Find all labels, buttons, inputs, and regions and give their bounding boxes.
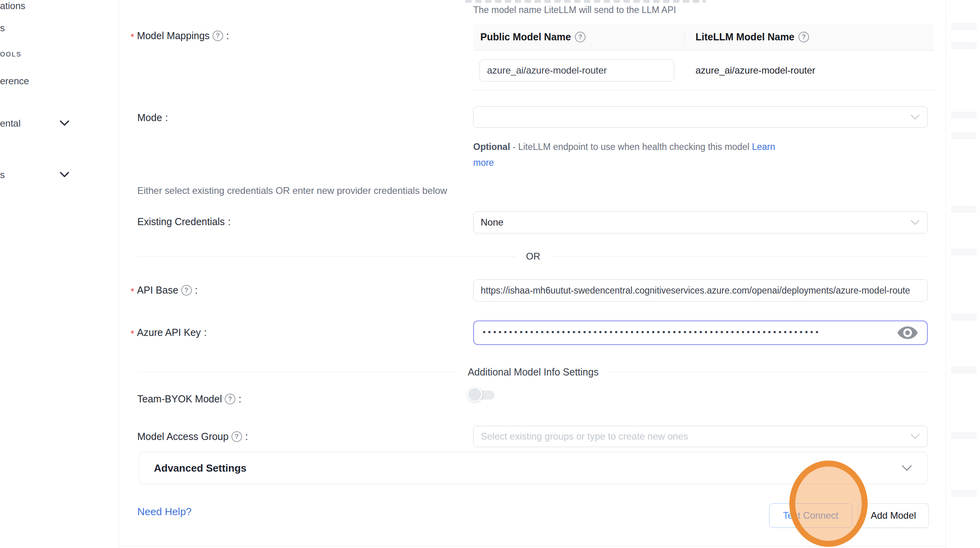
api-base-label: * API Base ? : (131, 284, 198, 296)
background-skeleton-line (951, 248, 976, 256)
sidebar-item-erence[interactable]: erence (0, 76, 29, 87)
help-circle-icon[interactable]: ? (798, 32, 809, 42)
or-divider-label: OR (526, 251, 540, 262)
learn-more-link[interactable]: more (473, 157, 494, 168)
sidebar-section-label: TOOLS (0, 51, 21, 58)
background-skeleton-line (951, 112, 976, 119)
model-access-group-label-text: Model Access Group (137, 431, 229, 442)
chevron-down-icon (910, 114, 920, 120)
sidebar-item-ental[interactable]: ental (0, 118, 21, 129)
help-circle-icon[interactable]: ? (212, 30, 223, 41)
public-model-name-cell (473, 59, 684, 82)
additional-info-divider-label: Additional Model Info Settings (468, 366, 599, 378)
mode-help-bold: Optional (473, 142, 510, 152)
model-access-group-placeholder: Select existing groups or type to create… (481, 431, 688, 442)
required-mark: * (131, 328, 134, 339)
column-header-litellm-model-name: LiteLLM Model Name ? (684, 31, 809, 43)
model-access-group-label: Model Access Group ? : (131, 431, 248, 442)
mode-help-text: Optional - LiteLLM endpoint to use when … (473, 139, 775, 171)
divider-line (138, 372, 457, 372)
credentials-note: Either select existing credentials OR en… (137, 185, 447, 196)
chevron-down-icon (901, 465, 912, 472)
azure-api-key-input[interactable]: ••••••••••••••••••••••••••••••••••••••••… (473, 320, 928, 345)
background-skeleton-line (951, 132, 976, 139)
sidebar-item-label: s (0, 23, 5, 33)
column-header-label: LiteLLM Model Name (696, 31, 794, 43)
label-colon: : (226, 30, 229, 42)
help-circle-icon[interactable]: ? (181, 285, 192, 296)
existing-credentials-select[interactable]: None (473, 211, 928, 233)
add-model-button[interactable]: Add Model (858, 503, 929, 528)
masked-api-key-value: ••••••••••••••••••••••••••••••••••••••••… (483, 327, 891, 337)
model-mappings-table: Public Model Name ? LiteLLM Model Name ?… (473, 24, 934, 90)
learn-more-link[interactable]: Learn (752, 142, 775, 152)
label-colon: : (228, 216, 231, 228)
model-mappings-label: * Model Mappings ? : (131, 30, 229, 42)
sidebar-item-ations[interactable]: ations (0, 0, 25, 11)
label-colon: : (165, 112, 168, 123)
background-skeleton-line (951, 366, 976, 374)
need-help-link[interactable]: Need Help? (137, 506, 191, 518)
background-skeleton-line (951, 206, 976, 213)
team-byok-label-text: Team-BYOK Model (137, 393, 222, 405)
model-access-group-select[interactable]: Select existing groups or type to create… (473, 426, 928, 447)
sidebar: ations s TOOLS erence ental s (0, 0, 119, 548)
label-colon: : (239, 393, 241, 405)
team-byok-label: Team-BYOK Model ? : (131, 393, 241, 405)
existing-credentials-label: Existing Credentials : (131, 216, 231, 228)
team-byok-toggle[interactable] (470, 387, 499, 403)
column-separator (684, 30, 685, 44)
existing-credentials-value: None (481, 217, 503, 228)
or-divider: OR (138, 251, 928, 262)
add-model-form-screen: ations s TOOLS erence ental s (0, 0, 980, 548)
divider-line (551, 256, 928, 257)
mode-label-text: Mode (137, 112, 162, 123)
test-connect-button[interactable]: Test Connect (769, 503, 852, 528)
chevron-down-icon (910, 219, 920, 226)
label-colon: : (204, 327, 207, 338)
background-skeleton-line (951, 313, 976, 320)
public-model-name-input[interactable] (480, 59, 674, 82)
card-bottom-border (119, 546, 946, 546)
sidebar-item-label: ations (0, 0, 25, 11)
chevron-down-icon (59, 171, 70, 180)
chevron-down-icon (910, 433, 920, 440)
model-mappings-label-text: Model Mappings (137, 30, 209, 42)
sidebar-item-label: erence (0, 76, 29, 86)
eye-icon[interactable] (897, 325, 918, 340)
sidebar-item-s2[interactable]: s (0, 169, 5, 180)
existing-credentials-label-text: Existing Credentials (137, 216, 225, 228)
column-header-public-model-name: Public Model Name ? (473, 31, 684, 43)
litellm-model-name-help-text: The model name LiteLLM will send to the … (473, 5, 676, 15)
model-mappings-table-header: Public Model Name ? LiteLLM Model Name ? (473, 24, 934, 51)
mode-select[interactable] (473, 106, 928, 128)
label-colon: : (195, 284, 198, 296)
help-circle-icon[interactable]: ? (231, 431, 242, 442)
mode-help-line2: more (473, 155, 775, 171)
sidebar-item-label: s (0, 169, 5, 180)
divider-line (138, 256, 516, 257)
sidebar-item-label: ental (0, 118, 21, 129)
mode-label: Mode : (131, 112, 168, 123)
mode-help-line1: Optional - LiteLLM endpoint to use when … (473, 139, 775, 155)
clipped-text-fragment (465, 0, 706, 3)
required-mark: * (131, 32, 134, 43)
required-mark: * (131, 286, 134, 297)
sidebar-item-s1[interactable]: s (0, 23, 5, 34)
chevron-down-icon (59, 120, 70, 128)
advanced-settings-label: Advanced Settings (154, 462, 246, 474)
help-circle-icon[interactable]: ? (575, 32, 586, 42)
additional-info-divider: Additional Model Info Settings (138, 366, 928, 377)
help-circle-icon[interactable]: ? (225, 394, 235, 404)
background-skeleton-line (951, 42, 976, 49)
azure-api-key-label: * Azure API Key : (131, 327, 207, 338)
azure-api-key-label-text: Azure API Key (137, 327, 201, 338)
api-base-label-text: API Base (137, 284, 178, 296)
api-base-input[interactable] (473, 279, 928, 301)
toggle-knob (467, 387, 482, 402)
divider-line (609, 372, 928, 372)
background-skeleton-line (951, 432, 976, 439)
label-colon: : (245, 431, 248, 442)
advanced-settings-toggle[interactable]: Advanced Settings (138, 452, 928, 484)
litellm-model-name-cell: azure_ai/azure-model-router (684, 65, 815, 76)
